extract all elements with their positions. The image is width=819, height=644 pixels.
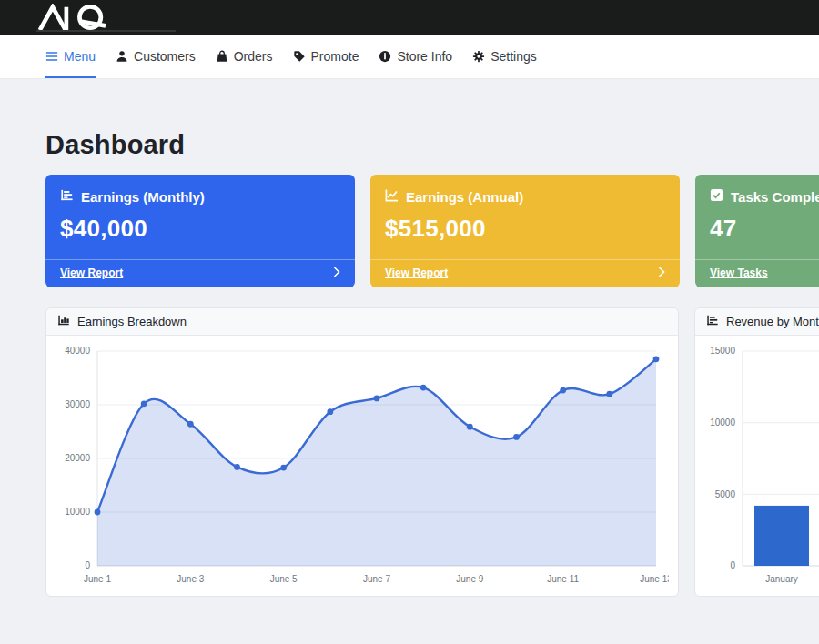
info-circle-icon bbox=[379, 50, 391, 63]
chart-card-body: 050001000015000January bbox=[695, 336, 819, 597]
chevron-right-icon bbox=[333, 265, 340, 281]
nav-item-store-info[interactable]: Store Info bbox=[379, 35, 452, 78]
revenue-by-month-chart: 050001000015000January bbox=[704, 344, 819, 589]
nav-item-customers[interactable]: Customers bbox=[116, 35, 196, 78]
svg-text:15000: 15000 bbox=[710, 346, 735, 356]
chart-card-header: Earnings Breakdown bbox=[46, 308, 678, 336]
svg-text:10000: 10000 bbox=[710, 418, 735, 428]
nav-item-label: Store Info bbox=[397, 49, 452, 64]
nav-item-settings[interactable]: Settings bbox=[472, 35, 537, 78]
svg-text:January: January bbox=[765, 574, 798, 584]
svg-text:June 5: June 5 bbox=[270, 574, 298, 584]
chart-card-body: 010000200003000040000June 1June 3June 5J… bbox=[46, 336, 678, 597]
chevron-right-icon bbox=[658, 265, 665, 281]
page-title: Dashboard bbox=[46, 130, 819, 160]
main-navbar: Menu Customers Orders Promote Store Info… bbox=[0, 35, 819, 79]
nav-item-menu[interactable]: Menu bbox=[46, 35, 96, 78]
user-icon bbox=[116, 50, 128, 63]
chart-bars-icon bbox=[57, 314, 70, 329]
svg-text:0: 0 bbox=[730, 560, 735, 570]
chart-line-icon bbox=[385, 188, 399, 205]
stat-card-title: Earnings (Monthly) bbox=[81, 189, 205, 205]
check-square-icon bbox=[710, 188, 723, 205]
gear-icon bbox=[472, 50, 485, 63]
svg-text:June 11: June 11 bbox=[547, 574, 579, 584]
svg-text:5000: 5000 bbox=[715, 489, 736, 499]
nav-item-label: Menu bbox=[64, 49, 96, 64]
top-app-bar bbox=[0, 0, 819, 35]
svg-text:20000: 20000 bbox=[65, 453, 90, 463]
chart-bar-icon bbox=[60, 188, 74, 205]
tasks-completed-card: Tasks Completed 47 View Tasks bbox=[695, 175, 819, 287]
stat-card-title: Earnings (Annual) bbox=[406, 189, 523, 205]
nav-item-label: Promote bbox=[311, 49, 359, 64]
stat-card-header: Earnings (Annual) bbox=[370, 175, 680, 205]
svg-text:June 1: June 1 bbox=[84, 574, 111, 584]
revenue-by-month-card: Revenue by Month 050001000015000January bbox=[694, 307, 819, 597]
svg-text:June 9: June 9 bbox=[456, 574, 483, 584]
hamburger-icon bbox=[46, 50, 58, 63]
stat-card-footer: View Report bbox=[370, 259, 680, 287]
chart-title: Revenue by Month bbox=[726, 315, 819, 328]
nav-item-orders[interactable]: Orders bbox=[216, 35, 273, 78]
stat-card-value: $515,000 bbox=[370, 215, 680, 243]
chart-bars-icon bbox=[706, 314, 719, 329]
svg-text:June 3: June 3 bbox=[177, 574, 204, 584]
svg-text:40000: 40000 bbox=[65, 346, 90, 356]
nav-item-label: Customers bbox=[134, 49, 196, 64]
stat-card-header: Tasks Completed bbox=[695, 175, 819, 205]
svg-text:10000: 10000 bbox=[65, 507, 90, 517]
nav-item-label: Settings bbox=[490, 49, 537, 64]
stat-card-footer: View Tasks bbox=[695, 259, 819, 287]
earnings-breakdown-card: Earnings Breakdown 010000200003000040000… bbox=[46, 307, 679, 597]
svg-text:June 7: June 7 bbox=[363, 574, 390, 584]
stat-card-value: $40,000 bbox=[46, 215, 355, 243]
earnings-annual-card: Earnings (Annual) $515,000 View Report bbox=[370, 175, 680, 287]
svg-text:June 13: June 13 bbox=[640, 574, 669, 584]
aq-logo-icon bbox=[36, 4, 120, 31]
dashboard-page: Dashboard Earnings (Monthly) $40,000 Vie… bbox=[0, 79, 819, 597]
earnings-breakdown-chart: 010000200003000040000June 1June 3June 5J… bbox=[56, 344, 669, 589]
svg-text:0: 0 bbox=[85, 560, 90, 570]
svg-text:30000: 30000 bbox=[65, 399, 90, 409]
stat-card-header: Earnings (Monthly) bbox=[46, 175, 355, 205]
tag-icon bbox=[293, 50, 306, 63]
nav-item-label: Orders bbox=[234, 49, 273, 64]
view-report-link[interactable]: View Report bbox=[385, 267, 448, 279]
earnings-monthly-card: Earnings (Monthly) $40,000 View Report bbox=[46, 175, 355, 287]
shopping-bag-icon bbox=[216, 50, 228, 63]
stat-card-footer: View Report bbox=[46, 259, 355, 287]
chart-title: Earnings Breakdown bbox=[77, 315, 187, 328]
charts-row: Earnings Breakdown 010000200003000040000… bbox=[46, 307, 819, 597]
view-report-link[interactable]: View Report bbox=[60, 267, 123, 279]
nav-item-promote[interactable]: Promote bbox=[293, 35, 359, 78]
view-tasks-link[interactable]: View Tasks bbox=[710, 267, 768, 279]
stat-card-title: Tasks Completed bbox=[731, 189, 819, 205]
stat-cards-row: Earnings (Monthly) $40,000 View Report E… bbox=[46, 175, 819, 287]
chart-card-header: Revenue by Month bbox=[695, 308, 819, 336]
logo-underline bbox=[36, 30, 176, 32]
stat-card-value: 47 bbox=[695, 215, 819, 243]
